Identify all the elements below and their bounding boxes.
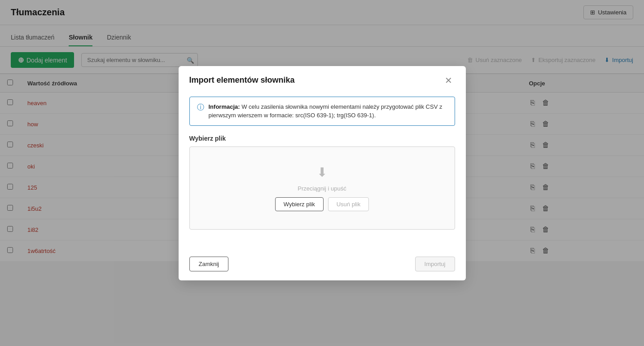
import-modal: Import elementów słownika ✕ ⓘ Informacja… <box>179 66 466 262</box>
file-buttons: Wybierz plik Usuń plik <box>275 197 369 211</box>
info-text: Informacja: W celu zasilenia słownika no… <box>209 102 447 120</box>
choose-file-button[interactable]: Wybierz plik <box>275 197 324 211</box>
drop-icon: ⬇ <box>317 165 327 180</box>
info-box: ⓘ Informacja: W celu zasilenia słownika … <box>189 97 455 126</box>
modal-body: ⓘ Informacja: W celu zasilenia słownika … <box>179 93 466 251</box>
file-drop-area[interactable]: ⬇ Przeciągnij i upuść Wybierz plik Usuń … <box>189 146 455 230</box>
modal-header: Import elementów słownika ✕ <box>179 66 466 93</box>
close-modal-button[interactable]: Zamknij <box>189 257 229 262</box>
import-confirm-button[interactable]: Importuj <box>415 257 455 262</box>
modal-overlay: Import elementów słownika ✕ ⓘ Informacja… <box>0 0 644 261</box>
remove-file-button[interactable]: Usuń plik <box>328 197 369 211</box>
modal-title: Import elementów słownika <box>189 75 295 85</box>
modal-footer: Zamknij Importuj <box>179 251 466 262</box>
file-section-label: Wybierz plik <box>189 135 455 142</box>
drop-text: Przeciągnij i upuść <box>298 185 346 192</box>
info-icon: ⓘ <box>197 103 204 112</box>
modal-close-button[interactable]: ✕ <box>442 75 455 86</box>
